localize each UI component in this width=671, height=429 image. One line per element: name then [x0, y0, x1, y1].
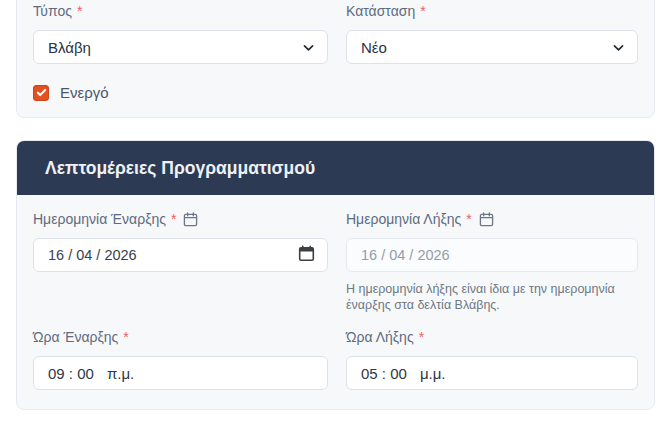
date-picker-icon[interactable] — [298, 245, 315, 265]
required-asterisk: * — [77, 3, 82, 20]
start-time-value: 09 : 00 — [48, 365, 94, 382]
required-asterisk: * — [171, 211, 176, 228]
schedule-section-title: Λεπτομέρειες Προγραμματισμού — [17, 141, 654, 195]
required-asterisk: * — [419, 329, 424, 346]
start-time-field: Ώρα Έναρξης * 09 : 00 π.μ. — [33, 329, 328, 390]
type-label-text: Τύπος — [33, 3, 72, 20]
required-asterisk: * — [420, 3, 425, 20]
status-field: Κατάσταση * Νέο — [346, 3, 638, 64]
status-label: Κατάσταση * — [346, 3, 638, 20]
end-time-input[interactable]: 05 : 00 μ.μ. — [346, 356, 638, 390]
start-time-meridiem: π.μ. — [107, 365, 134, 382]
active-checkbox-row[interactable]: Ενεργό — [33, 84, 328, 101]
end-date-field: Ημερομηνία Λήξης * 16 / 04 / 2026 Η ημερ… — [346, 211, 638, 313]
start-date-field: Ημερομηνία Έναρξης * 16 / 04 / 2026 — [33, 211, 328, 313]
start-time-label-text: Ώρα Έναρξης — [33, 329, 118, 346]
type-select[interactable]: Βλάβη — [33, 30, 328, 64]
calendar-outline-icon — [479, 212, 494, 227]
required-asterisk: * — [466, 211, 471, 228]
end-time-label-text: Ώρα Λήξης — [346, 329, 414, 346]
type-field: Τύπος * Βλάβη — [33, 3, 328, 64]
calendar-outline-icon — [183, 212, 198, 227]
required-asterisk: * — [123, 329, 128, 346]
end-date-helper-text: Η ημερομηνία λήξης είναι ίδια με την ημε… — [346, 281, 638, 313]
end-date-label: Ημερομηνία Λήξης * — [346, 211, 638, 228]
end-time-label: Ώρα Λήξης * — [346, 329, 638, 346]
end-date-input: 16 / 04 / 2026 — [346, 238, 638, 272]
end-time-field: Ώρα Λήξης * 05 : 00 μ.μ. — [346, 329, 638, 390]
end-time-meridiem: μ.μ. — [420, 365, 446, 382]
end-time-value: 05 : 00 — [361, 365, 407, 382]
active-checkbox-label: Ενεργό — [60, 84, 109, 101]
status-label-text: Κατάσταση — [346, 3, 415, 20]
active-checkbox[interactable] — [33, 85, 49, 101]
start-date-label-text: Ημερομηνία Έναρξης — [33, 211, 166, 228]
end-date-value: 16 / 04 / 2026 — [361, 247, 450, 263]
status-select-value: Νέο — [361, 39, 387, 56]
type-label: Τύπος * — [33, 3, 328, 20]
type-select-value: Βλάβη — [48, 39, 91, 56]
start-time-input[interactable]: 09 : 00 π.μ. — [33, 356, 328, 390]
status-select[interactable]: Νέο — [346, 30, 638, 64]
chevron-down-icon — [302, 41, 315, 54]
checkmark-icon — [36, 87, 47, 98]
chevron-down-icon — [612, 41, 625, 54]
start-date-value: 16 / 04 / 2026 — [48, 247, 137, 263]
schedule-details-card: Λεπτομέρειες Προγραμματισμού Ημερομηνία … — [16, 140, 655, 410]
start-date-input[interactable]: 16 / 04 / 2026 — [33, 238, 328, 272]
end-date-label-text: Ημερομηνία Λήξης — [346, 211, 461, 228]
start-time-label: Ώρα Έναρξης * — [33, 329, 328, 346]
general-info-card: Τύπος * Βλάβη Κατάσταση * Νέο — [16, 0, 655, 118]
start-date-label: Ημερομηνία Έναρξης * — [33, 211, 328, 228]
